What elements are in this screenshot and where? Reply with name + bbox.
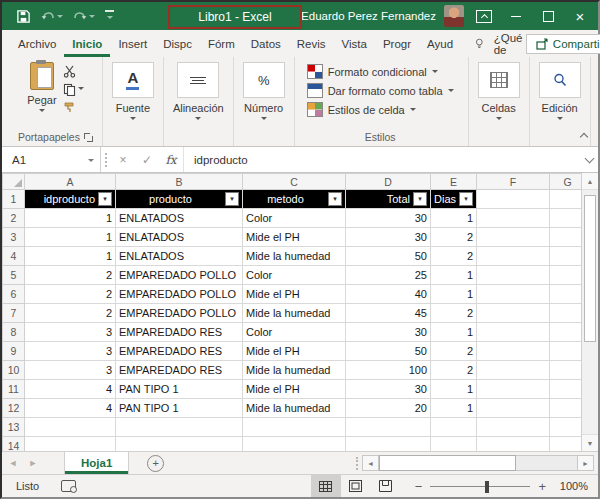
cell-F11[interactable]: [477, 380, 550, 399]
redo-dropdown-icon[interactable]: [89, 15, 95, 21]
cell-E12[interactable]: 1: [431, 399, 477, 418]
tab-insert[interactable]: Insert: [110, 30, 155, 57]
cell-E1[interactable]: Dias▾: [431, 190, 477, 209]
cell-E4[interactable]: 2: [431, 247, 477, 266]
row-header-1[interactable]: 1: [3, 190, 25, 209]
cell-D11[interactable]: 30: [346, 380, 431, 399]
zoom-level[interactable]: 100%: [554, 480, 588, 492]
filter-button-D[interactable]: ▾: [413, 192, 427, 206]
cell-C7[interactable]: Mide la humedad: [243, 304, 346, 323]
zoom-slider-thumb[interactable]: [485, 481, 489, 493]
cell-A1[interactable]: idproducto▾: [25, 190, 116, 209]
cell-B13[interactable]: [116, 418, 243, 437]
cell-D10[interactable]: 100: [346, 361, 431, 380]
tab-fórm[interactable]: Fórm: [200, 30, 243, 57]
cell-D6[interactable]: 40: [346, 285, 431, 304]
number-group[interactable]: % Número: [234, 57, 295, 146]
font-group[interactable]: A Fuente: [103, 57, 164, 146]
close-button[interactable]: ×: [568, 5, 592, 27]
row-header-11[interactable]: 11: [3, 380, 25, 399]
cell-A9[interactable]: 3: [25, 342, 116, 361]
cell-E10[interactable]: 2: [431, 361, 477, 380]
cut-button[interactable]: [63, 64, 84, 78]
page-break-preview-button[interactable]: [371, 475, 401, 497]
row-header-10[interactable]: 10: [3, 361, 25, 380]
editing-dropdown-icon[interactable]: [557, 117, 563, 123]
tab-ayud[interactable]: Ayud: [419, 30, 461, 57]
cell-styles-dropdown-icon[interactable]: [410, 108, 416, 114]
conditional-formatting-dropdown-icon[interactable]: [432, 70, 438, 76]
avatar[interactable]: [444, 5, 464, 27]
clipboard-dialog-launcher[interactable]: [84, 133, 93, 142]
cell-C9[interactable]: Mide el PH: [243, 342, 346, 361]
new-sheet-button[interactable]: +: [147, 455, 164, 472]
vertical-scroll-thumb[interactable]: [584, 195, 596, 342]
cell-A7[interactable]: 2: [25, 304, 116, 323]
confirm-entry-button[interactable]: ✓: [135, 147, 159, 172]
share-button[interactable]: Compartir: [526, 34, 600, 54]
undo-dropdown-icon[interactable]: [57, 15, 63, 21]
cell-E8[interactable]: 1: [431, 323, 477, 342]
cell-D9[interactable]: 50: [346, 342, 431, 361]
horizontal-scrollbar[interactable]: ◄ ►: [356, 455, 594, 471]
vertical-scrollbar[interactable]: ▲ ▼: [581, 173, 598, 451]
customize-quick-access-button[interactable]: [105, 10, 114, 22]
tab-progr[interactable]: Progr: [375, 30, 419, 57]
cell-D12[interactable]: 20: [346, 399, 431, 418]
row-header-8[interactable]: 8: [3, 323, 25, 342]
maximize-button[interactable]: [536, 5, 560, 27]
row-header-9[interactable]: 9: [3, 342, 25, 361]
column-header-A[interactable]: A: [25, 174, 116, 190]
cell-B6[interactable]: EMPAREDADO POLLO: [116, 285, 243, 304]
format-as-table-dropdown-icon[interactable]: [448, 89, 454, 95]
redo-button[interactable]: [73, 10, 95, 22]
cells-dropdown-icon[interactable]: [496, 117, 502, 123]
cells-group[interactable]: Celdas: [469, 57, 530, 146]
column-header-C[interactable]: C: [243, 174, 346, 190]
cell-B12[interactable]: PAN TIPO 1: [116, 399, 243, 418]
tab-datos[interactable]: Datos: [243, 30, 289, 57]
cell-A6[interactable]: 2: [25, 285, 116, 304]
cell-styles-button[interactable]: Estilos de celda: [307, 100, 416, 119]
number-dropdown-icon[interactable]: [261, 117, 267, 123]
cell-D7[interactable]: 45: [346, 304, 431, 323]
row-header-6[interactable]: 6: [3, 285, 25, 304]
tab-inicio[interactable]: Inicio: [64, 30, 110, 57]
filter-button-E[interactable]: ▾: [459, 192, 473, 206]
name-box-dropdown-icon[interactable]: [88, 159, 94, 165]
cell-E2[interactable]: 1: [431, 209, 477, 228]
sheet-tab-hoja1[interactable]: Hoja1: [64, 452, 129, 474]
paste-button[interactable]: Pegar: [27, 62, 56, 115]
cell-A12[interactable]: 4: [25, 399, 116, 418]
cell-E13[interactable]: [431, 418, 477, 437]
cell-F2[interactable]: [477, 209, 550, 228]
cell-F12[interactable]: [477, 399, 550, 418]
zoom-in-button[interactable]: +: [538, 480, 546, 493]
cell-C13[interactable]: [243, 418, 346, 437]
cell-C1[interactable]: metodo▾: [243, 190, 346, 209]
alignment-dropdown-icon[interactable]: [195, 117, 201, 123]
row-header-13[interactable]: 13: [3, 418, 25, 437]
font-dropdown-icon[interactable]: [130, 117, 136, 123]
horizontal-scroll-track[interactable]: [379, 455, 577, 471]
filter-button-B[interactable]: ▾: [225, 192, 239, 206]
select-all-button[interactable]: [3, 174, 25, 190]
row-header-14[interactable]: 14: [3, 437, 25, 452]
row-header-7[interactable]: 7: [3, 304, 25, 323]
tell-me-search[interactable]: ¿Qué de: [475, 30, 526, 57]
cell-B1[interactable]: producto▾: [116, 190, 243, 209]
cell-A5[interactable]: 2: [25, 266, 116, 285]
tab-archivo[interactable]: Archivo: [10, 30, 64, 57]
macro-record-button[interactable]: [61, 480, 76, 492]
formula-bar-handle[interactable]: [101, 147, 111, 172]
cell-C5[interactable]: Color: [243, 266, 346, 285]
cell-E5[interactable]: 1: [431, 266, 477, 285]
column-header-B[interactable]: B: [116, 174, 243, 190]
scroll-up-button[interactable]: ▲: [582, 173, 598, 190]
cell-D5[interactable]: 25: [346, 266, 431, 285]
formula-input[interactable]: idproducto: [183, 147, 580, 172]
cell-F13[interactable]: [477, 418, 550, 437]
cell-B7[interactable]: EMPAREDADO POLLO: [116, 304, 243, 323]
tab-revis[interactable]: Revis: [289, 30, 334, 57]
scroll-down-button[interactable]: ▼: [582, 434, 598, 451]
